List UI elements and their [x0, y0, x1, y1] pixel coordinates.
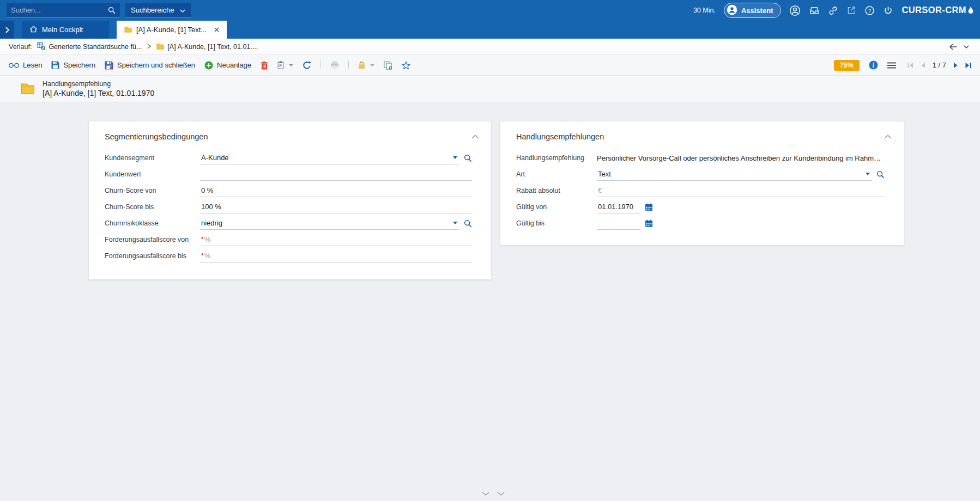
new-record-button[interactable]: Neuanlage — [204, 61, 251, 70]
field-control: niedrig — [200, 217, 472, 230]
power-icon[interactable] — [883, 5, 893, 16]
print-button[interactable] — [330, 61, 339, 69]
field-value: Text — [598, 170, 862, 178]
calendar-icon[interactable] — [645, 203, 653, 211]
dropdown-caret-icon[interactable] — [453, 156, 457, 159]
close-icon[interactable] — [214, 27, 219, 32]
next-page-icon[interactable] — [953, 62, 958, 69]
field-input[interactable] — [597, 217, 640, 230]
segmentation-card: Segmentierungsbedingungen KundensegmentA… — [88, 121, 492, 280]
search-icon[interactable] — [108, 7, 116, 14]
help-icon[interactable]: ? — [864, 5, 875, 16]
search-input[interactable] — [11, 6, 105, 14]
card-body: KundensegmentA-KundeKundenwertChurn-Scor… — [89, 144, 491, 264]
tab-record[interactable]: [A] A-Kunde, [1] Text... — [117, 21, 227, 39]
field-input[interactable]: 0 % — [200, 184, 472, 197]
field-input[interactable] — [200, 168, 472, 181]
calendar-icon[interactable] — [645, 219, 653, 228]
panel-expand-icon[interactable] — [497, 492, 505, 496]
dropdown-caret-icon[interactable] — [866, 173, 870, 175]
session-timer: 30 Min. — [693, 7, 716, 14]
star-icon — [402, 61, 410, 70]
tab-label: [A] A-Kunde, [1] Text... — [136, 26, 207, 34]
first-page-icon[interactable] — [908, 62, 914, 69]
favorite-button[interactable] — [402, 61, 410, 70]
delete-button[interactable] — [261, 61, 268, 70]
copy-record-button[interactable] — [384, 61, 392, 70]
external-link-icon[interactable] — [846, 5, 856, 15]
dropdown-caret-icon[interactable] — [453, 222, 457, 224]
field-row: Forderungsausfallscore bis*% — [89, 248, 491, 264]
panel-expand-icon[interactable] — [482, 492, 489, 496]
link-icon[interactable] — [828, 5, 838, 16]
menu-button[interactable] — [887, 62, 896, 69]
assistant-icon — [727, 4, 737, 17]
field-row: Rabatt absolut€ — [500, 182, 904, 199]
lock-button[interactable] — [358, 61, 374, 69]
recommendations-card: Handlungsempfehlungen Handlungsempfehlun… — [500, 121, 904, 246]
field-input[interactable]: Text — [597, 168, 872, 181]
brand-label: CURSOR-CRM — [902, 5, 966, 15]
field-label: Forderungsausfallscore bis — [105, 252, 200, 260]
info-button[interactable] — [869, 60, 878, 70]
field-input[interactable]: 100 % — [200, 200, 472, 213]
inbox-icon[interactable] — [809, 5, 820, 16]
glasses-icon — [9, 62, 19, 68]
collapse-icon[interactable] — [884, 135, 892, 139]
field-label: Gültig bis — [516, 219, 597, 227]
field-row: Churnrisikoklasseniedrig — [89, 215, 491, 231]
record-title: [A] A-Kunde, [1] Text, 01.01.1970 — [43, 89, 154, 97]
back-arrow-icon[interactable] — [949, 44, 957, 50]
copy-icon — [384, 61, 392, 70]
assistant-button[interactable]: Assistent — [724, 3, 782, 18]
search-scope-dropdown[interactable]: Suchbereiche — [125, 3, 191, 17]
save-icon — [51, 61, 59, 69]
refresh-icon — [303, 61, 311, 70]
save-close-button[interactable]: Speichern und schließen — [105, 61, 195, 70]
toolbar-separator — [320, 60, 321, 70]
global-search[interactable] — [7, 3, 120, 17]
field-input[interactable]: 01.01.1970 — [597, 200, 640, 213]
magnifier-icon[interactable] — [464, 154, 472, 162]
field-value: niedrig — [201, 219, 450, 227]
field-row: Forderungsausfallscore von*% — [89, 231, 491, 248]
record-icon — [21, 82, 35, 96]
paste-icon — [277, 61, 284, 69]
field-input[interactable]: niedrig — [200, 217, 459, 230]
field-input[interactable]: *% — [200, 249, 472, 262]
field-input[interactable]: *% — [200, 233, 472, 246]
user-icon[interactable] — [789, 5, 801, 16]
assistant-label: Assistent — [741, 7, 773, 15]
field-input[interactable]: € — [597, 184, 885, 197]
field-control: Text — [597, 168, 885, 181]
history-dropdown-icon[interactable] — [964, 45, 969, 48]
magnifier-icon[interactable] — [464, 219, 472, 228]
magnifier-icon[interactable] — [876, 170, 885, 179]
chevron-down-icon[interactable] — [289, 64, 293, 66]
chevron-down-icon[interactable] — [370, 64, 374, 66]
bottom-panel-handle — [482, 492, 505, 496]
collapse-icon[interactable] — [471, 135, 479, 139]
refresh-button[interactable] — [303, 61, 311, 70]
breadcrumb-item-record[interactable]: [A] A-Kunde, [1] Text, 01.01.... — [156, 42, 258, 51]
prev-page-icon[interactable] — [921, 62, 925, 69]
record-entity: Handlungsempfehlung — [43, 80, 154, 88]
save-button[interactable]: Speichern — [51, 61, 95, 69]
field-label: Churn-Score bis — [105, 203, 200, 211]
field-input[interactable]: A-Kunde — [200, 151, 459, 164]
quality-badge[interactable]: 75% — [834, 60, 860, 71]
field-value[interactable]: Persönlicher Vorsorge-Call oder persönli… — [597, 154, 885, 162]
paste-button[interactable] — [277, 61, 293, 69]
breadcrumb-separator-icon — [147, 43, 151, 51]
brand-logo-icon — [968, 5, 973, 16]
record-header: Handlungsempfehlung [A] A-Kunde, [1] Tex… — [0, 76, 980, 102]
breadcrumb-item-search[interactable]: Generierte Standardsuche fü... — [37, 42, 142, 52]
record-icon — [124, 26, 132, 34]
last-page-icon[interactable] — [965, 62, 971, 69]
expand-sidebar-icon[interactable] — [0, 21, 14, 39]
read-button[interactable]: Lesen — [9, 61, 42, 69]
breadcrumb-label: Verlauf: — [9, 43, 32, 51]
tab-mein-cockpit[interactable]: Mein Cockpit — [22, 21, 109, 39]
field-label: Rabatt absolut — [516, 187, 597, 194]
field-row: HandlungsempfehlungPersönlicher Vorsorge… — [500, 150, 904, 166]
